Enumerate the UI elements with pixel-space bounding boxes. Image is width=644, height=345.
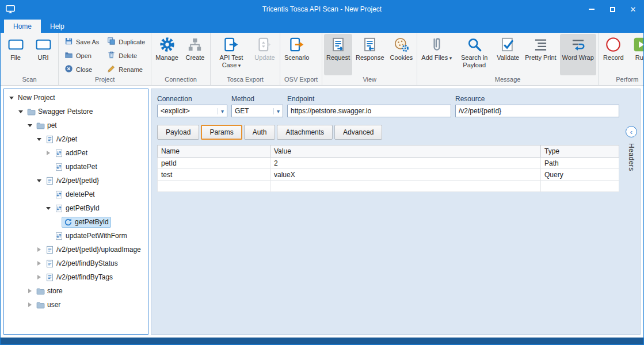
table-cell[interactable]: valueX bbox=[270, 169, 541, 181]
expander-collapsed-icon[interactable] bbox=[44, 151, 52, 155]
tree-item-v2-pet-findbytags[interactable]: /v2/pet/findByTags bbox=[4, 270, 148, 284]
file-button[interactable]: File bbox=[2, 34, 29, 75]
tab-home[interactable]: Home bbox=[4, 20, 41, 33]
column-header-type[interactable]: Type bbox=[541, 145, 619, 158]
scenario-button[interactable]: Scenario bbox=[282, 34, 311, 75]
button-label: Delete bbox=[119, 52, 137, 60]
tree-item-getpetbyid[interactable]: getPetById bbox=[4, 201, 148, 215]
save-as-button[interactable]: Save As bbox=[62, 36, 102, 47]
tree-item-pet[interactable]: pet bbox=[4, 118, 148, 132]
tree-item-new-project[interactable]: New Project bbox=[4, 91, 148, 105]
tree-item-content: getPetById bbox=[62, 217, 111, 228]
uri-button[interactable]: URI bbox=[30, 34, 56, 75]
create-button[interactable]: Create bbox=[182, 34, 208, 75]
tree-item-updatepetwithform[interactable]: updatePetWithForm bbox=[4, 229, 148, 243]
tab-attachments[interactable]: Attachments bbox=[277, 125, 333, 140]
table-cell[interactable] bbox=[270, 181, 541, 192]
close-button[interactable]: Close bbox=[62, 64, 102, 74]
table-cell[interactable]: Path bbox=[541, 158, 619, 169]
tab-params[interactable]: Params bbox=[201, 125, 242, 140]
method-select[interactable]: GET ▾ bbox=[231, 105, 283, 117]
endpoint-input[interactable] bbox=[287, 105, 451, 117]
tree-item-addpet[interactable]: addPet bbox=[4, 146, 148, 160]
expander-collapsed-icon[interactable] bbox=[35, 247, 43, 252]
expander-expanded-icon[interactable] bbox=[26, 121, 34, 129]
expander-expanded-icon[interactable] bbox=[35, 135, 43, 143]
expander-expanded-icon[interactable] bbox=[35, 177, 43, 185]
pretty-print-button[interactable]: Pretty Print bbox=[523, 34, 558, 75]
button-label: Request bbox=[326, 54, 350, 62]
tree-item-v2-pet[interactable]: /v2/pet bbox=[4, 132, 148, 146]
table-cell[interactable]: 2 bbox=[270, 158, 541, 169]
update-icon bbox=[257, 36, 272, 52]
file-drive-icon bbox=[8, 36, 24, 52]
button-label: Update bbox=[254, 54, 275, 62]
button-label: Validate bbox=[497, 54, 519, 62]
expander-expanded-icon[interactable] bbox=[7, 94, 16, 102]
ribbon-group-scan: FileURIScan bbox=[1, 33, 59, 85]
resource-input[interactable] bbox=[455, 105, 619, 117]
tree-item-store[interactable]: store bbox=[4, 284, 148, 298]
api-test-case-button[interactable]: API Test Case ▾ bbox=[212, 34, 250, 75]
search-in-payload-button[interactable]: Search in Payload bbox=[455, 34, 493, 75]
maximize-button[interactable] bbox=[602, 1, 623, 18]
column-header-value[interactable]: Value bbox=[270, 145, 541, 158]
expander-collapsed-icon[interactable] bbox=[35, 261, 43, 266]
expander-expanded-icon[interactable] bbox=[44, 204, 52, 212]
tab-payload[interactable]: Payload bbox=[157, 125, 199, 140]
tree-item-getpetbyid[interactable]: getPetById bbox=[4, 215, 148, 229]
tab-help[interactable]: Help bbox=[41, 20, 74, 33]
resource-label: Resource bbox=[455, 95, 619, 103]
table-cell[interactable]: Query bbox=[541, 169, 619, 181]
cookies-button[interactable]: Cookies bbox=[388, 34, 416, 75]
table-cell[interactable]: test bbox=[158, 169, 270, 181]
column-header-name[interactable]: Name bbox=[158, 145, 270, 158]
gear-icon bbox=[159, 36, 175, 52]
run-button[interactable]: Run bbox=[628, 34, 643, 75]
response-button[interactable]: Response bbox=[353, 34, 387, 75]
table-cell[interactable]: petId bbox=[158, 158, 270, 169]
group-buttons: Add Files ▾Search in PayloadValidatePret… bbox=[419, 34, 596, 75]
expander-collapsed-icon[interactable] bbox=[26, 302, 34, 307]
add-files-button[interactable]: Add Files ▾ bbox=[419, 34, 454, 75]
tree-item-content: updatePet bbox=[52, 162, 100, 172]
minimize-button[interactable] bbox=[581, 1, 602, 18]
headers-tab[interactable]: Headers bbox=[627, 143, 635, 171]
rename-button[interactable]: Rename bbox=[104, 64, 148, 74]
table-cell[interactable] bbox=[158, 181, 270, 192]
run-icon bbox=[633, 36, 643, 52]
delete-button[interactable]: Delete bbox=[104, 50, 148, 60]
duplicate-button[interactable]: Duplicate bbox=[104, 36, 148, 47]
expander-expanded-icon[interactable] bbox=[17, 108, 25, 116]
update-button[interactable]: Update bbox=[251, 34, 278, 75]
ribbon-group-label: Project bbox=[60, 75, 149, 85]
tab-advanced[interactable]: Advanced bbox=[334, 125, 382, 140]
tab-auth[interactable]: Auth bbox=[244, 125, 276, 140]
tree-item-v2-pet-findbystatus[interactable]: /v2/pet/findByStatus bbox=[4, 256, 148, 270]
tree-item-updatepet[interactable]: updatePet bbox=[4, 160, 148, 174]
table-row bbox=[158, 181, 619, 192]
paperclip-icon bbox=[429, 36, 444, 52]
tree-item-v2-pet-petid-uploadimage[interactable]: /v2/pet/{petId}/uploadImage bbox=[4, 243, 148, 256]
close-button[interactable]: ✕ bbox=[623, 1, 643, 18]
table-cell[interactable] bbox=[541, 181, 619, 192]
duplicate-icon bbox=[107, 37, 116, 45]
tree-item-user[interactable]: user bbox=[4, 298, 148, 312]
request-button[interactable]: Request bbox=[324, 34, 352, 75]
tree-item-swagger-petstore[interactable]: Swagger Petstore bbox=[4, 105, 148, 118]
tree-item-label: Swagger Petstore bbox=[38, 108, 93, 116]
record-button[interactable]: Record bbox=[600, 34, 627, 75]
group-buttons: RequestResponseCookies bbox=[324, 34, 415, 75]
open-button[interactable]: Open bbox=[62, 50, 102, 60]
expander-collapsed-icon[interactable] bbox=[35, 275, 43, 279]
collapse-headers-button[interactable]: ‹ bbox=[626, 126, 637, 137]
button-label: Word Wrap bbox=[562, 54, 594, 62]
connection-select[interactable]: <explicit> ▾ bbox=[157, 105, 227, 117]
word-wrap-button[interactable]: Word Wrap bbox=[560, 34, 596, 75]
validate-button[interactable]: Validate bbox=[494, 34, 521, 75]
tree-item-v2-pet-petid[interactable]: /v2/pet/{petId} bbox=[4, 174, 148, 187]
tree-item-deletepet[interactable]: deletePet bbox=[4, 187, 148, 201]
request-bar: Connection <explicit> ▾ Method GET ▾ bbox=[157, 95, 619, 117]
manage-button[interactable]: Manage bbox=[153, 34, 181, 75]
expander-collapsed-icon[interactable] bbox=[26, 289, 34, 293]
